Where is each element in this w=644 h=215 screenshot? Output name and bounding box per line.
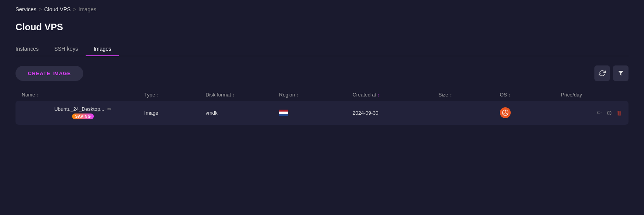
sort-icon-created-at: ↕ xyxy=(378,93,380,97)
refresh-icon xyxy=(599,70,606,77)
sort-icon-disk-format: ↕ xyxy=(232,93,235,97)
breadcrumb-current: Images xyxy=(79,6,96,12)
table-row: Ubuntu_24_Desktop... ✏ SAVING Image vmdk… xyxy=(15,101,629,125)
ubuntu-os-icon xyxy=(500,107,511,118)
tab-ssh-keys[interactable]: SSH keys xyxy=(46,42,86,56)
col-header-os[interactable]: OS ↕ xyxy=(500,92,561,98)
cell-region xyxy=(279,110,353,116)
image-name: Ubuntu_24_Desktop... xyxy=(54,106,104,112)
col-header-price-day: Price/day xyxy=(561,92,622,98)
row-delete-button[interactable]: 🗑 xyxy=(616,110,622,116)
sort-icon-name: ↕ xyxy=(37,93,39,97)
status-badge: SAVING xyxy=(72,114,94,119)
breadcrumb-sep1: > xyxy=(39,6,42,12)
filter-button[interactable] xyxy=(613,65,629,81)
breadcrumb-sep2: > xyxy=(73,6,76,12)
col-header-type[interactable]: Type ↕ xyxy=(144,92,205,98)
row-edit-button[interactable]: ✏ xyxy=(597,109,602,116)
refresh-button[interactable] xyxy=(594,65,610,81)
col-header-size[interactable]: Size ↕ xyxy=(439,92,500,98)
table-header: Name ↕ Type ↕ Disk format ↕ Region ↕ Cre… xyxy=(15,89,629,101)
cell-disk-format: vmdk xyxy=(205,110,279,116)
sort-icon-size: ↕ xyxy=(450,93,452,97)
cell-actions: ✏ ⊙ 🗑 xyxy=(561,109,622,117)
cell-name: Ubuntu_24_Desktop... ✏ SAVING xyxy=(22,106,144,119)
sort-icon-region: ↕ xyxy=(296,93,299,97)
toolbar: CREATE IMAGE xyxy=(15,65,629,81)
col-header-disk-format[interactable]: Disk format ↕ xyxy=(205,92,279,98)
create-image-button[interactable]: CREATE IMAGE xyxy=(15,66,83,81)
breadcrumb: Services > Cloud VPS > Images xyxy=(15,6,629,12)
breadcrumb-cloud-vps[interactable]: Cloud VPS xyxy=(44,6,71,12)
page-title: Cloud VPS xyxy=(15,22,629,33)
col-header-name[interactable]: Name ↕ xyxy=(22,92,144,98)
svg-marker-0 xyxy=(618,71,623,76)
tab-images[interactable]: Images xyxy=(86,42,119,56)
breadcrumb-services[interactable]: Services xyxy=(15,6,36,12)
svg-line-6 xyxy=(506,113,507,114)
col-header-region[interactable]: Region ↕ xyxy=(279,92,353,98)
filter-icon xyxy=(618,70,624,76)
images-table: Name ↕ Type ↕ Disk format ↕ Region ↕ Cre… xyxy=(15,89,629,125)
col-header-created-at[interactable]: Created at ↕ xyxy=(353,92,438,98)
tab-instances[interactable]: Instances xyxy=(15,42,46,56)
inline-edit-icon[interactable]: ✏ xyxy=(107,106,112,112)
flag-nl xyxy=(279,110,288,116)
sort-icon-os: ↕ xyxy=(508,93,511,97)
cell-created-at: 2024-09-30 xyxy=(353,110,438,116)
svg-point-2 xyxy=(505,110,506,111)
cell-type: Image xyxy=(144,110,205,116)
tab-bar: Instances SSH keys Images xyxy=(15,42,629,56)
row-play-button[interactable]: ⊙ xyxy=(606,109,612,117)
toolbar-actions xyxy=(594,65,629,81)
cell-os xyxy=(500,107,561,118)
svg-line-7 xyxy=(503,113,505,114)
sort-icon-type: ↕ xyxy=(157,93,159,97)
